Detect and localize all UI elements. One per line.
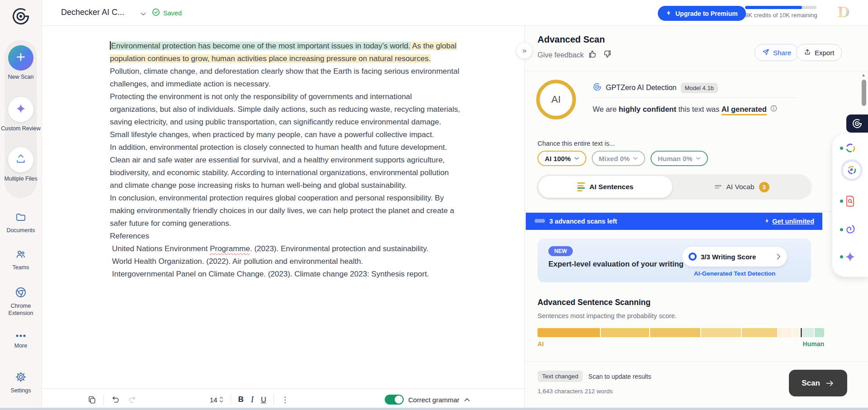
chevron-up-icon[interactable] <box>464 396 470 404</box>
sidebar-item-documents[interactable]: Documents <box>0 212 42 234</box>
tab-ai-vocab[interactable]: AI Vocab 3 <box>672 182 812 192</box>
get-unlimited-cta[interactable]: Get unlimited <box>764 218 814 225</box>
sidebar-item-label: Chrome Extension <box>9 303 33 316</box>
scan-bar-segment <box>742 328 777 337</box>
more-dots-icon <box>0 333 42 340</box>
tool-ai-writer[interactable] <box>832 251 868 263</box>
redo-button[interactable] <box>127 395 137 404</box>
multicolor-spiral-icon <box>846 164 858 176</box>
sidebar-item-label: Documents <box>6 227 35 234</box>
document-editor[interactable]: Environmental protection has become one … <box>42 26 524 410</box>
bolt-icon <box>764 218 770 225</box>
sidebar-item-settings[interactable]: Settings <box>0 371 42 394</box>
ai-detection-link[interactable]: AI-Generated Text Detection <box>682 270 787 277</box>
tool-doc-scan[interactable] <box>832 195 868 207</box>
tab-ai-sentences[interactable]: AI Sentences <box>538 176 672 198</box>
scrollbar-up-arrow[interactable]: ▲ <box>860 72 867 78</box>
sidebar-item-chrome-extension[interactable]: Chrome Extension <box>0 286 42 317</box>
document-title[interactable]: Dechecker AI C... <box>61 8 124 17</box>
share-button[interactable]: Share <box>755 44 799 61</box>
sidebar-item-new-scan[interactable]: New Scan <box>0 45 42 81</box>
scrollbar-thumb[interactable] <box>862 80 866 106</box>
divider <box>525 211 868 212</box>
writing-score-promo-card[interactable]: NEW Expert-level evaluation of your writ… <box>538 238 811 282</box>
undo-button[interactable] <box>111 395 120 404</box>
vocab-count-badge: 3 <box>759 182 769 192</box>
ai-generated-label: AI generated <box>722 105 767 115</box>
underline-button[interactable]: U <box>261 396 266 404</box>
reference-item: United Nations Environment Programme. (2… <box>110 243 462 255</box>
tool-humanizer[interactable] <box>832 224 868 236</box>
more-options-button[interactable]: ⋮ <box>281 395 289 405</box>
sidebar-item-label: More <box>14 343 27 349</box>
references-heading: References <box>110 230 462 243</box>
italic-button[interactable]: I <box>251 395 254 405</box>
chevron-down-icon <box>574 157 579 160</box>
export-button[interactable]: Export <box>796 44 842 61</box>
chevron-down-icon[interactable] <box>140 10 146 18</box>
spiral-icon <box>844 224 856 236</box>
collapse-panel-button[interactable]: » <box>516 43 533 59</box>
gptzero-icon <box>593 82 602 93</box>
info-icon[interactable] <box>770 105 778 114</box>
mixed-percent-pill[interactable]: Mixed 0% <box>592 151 645 166</box>
human-percent-pill[interactable]: Human 0% <box>651 151 708 166</box>
text-changed-badge: Text changed <box>538 371 583 382</box>
character-word-count: 1,643 characters 212 words <box>538 388 613 395</box>
correct-grammar-label: Correct grammar <box>408 396 459 404</box>
sentence-scan-bar[interactable] <box>538 328 824 337</box>
dechecker-brand-logo: D <box>837 4 850 21</box>
reference-item: World Health Organization. (2022). Air p… <box>110 255 462 268</box>
new-scan-button[interactable] <box>8 45 33 71</box>
scan-button[interactable]: Scan <box>789 370 847 396</box>
gptzero-logo-icon <box>11 6 31 26</box>
scan-hint: Scan to update results <box>588 373 651 380</box>
score-ring-icon <box>689 253 697 261</box>
sidebar-item-custom-review[interactable]: Custom Review <box>0 97 42 132</box>
ai-percent-pill[interactable]: AI 100% <box>538 151 586 166</box>
font-size-stepper[interactable]: 14 <box>210 396 223 404</box>
scan-bar-segment <box>803 328 813 337</box>
document-search-icon <box>845 195 856 207</box>
divider <box>593 97 797 98</box>
credits-label: 8K credits of 10K remaining <box>745 12 816 19</box>
model-badge: Model 4.1b <box>681 83 718 93</box>
chevron-down-icon <box>633 157 638 160</box>
top-bar: Dechecker AI C... Saved Upgrade to Premi… <box>42 0 868 26</box>
bolt-icon <box>666 10 672 18</box>
promo-title: Expert-level evaluation of your writing <box>548 258 689 269</box>
give-feedback-label: Give feedback <box>538 51 584 59</box>
colored-bars-icon <box>577 182 585 191</box>
thumbs-up-icon[interactable] <box>588 49 598 61</box>
chance-pills: AI 100% Mixed 0% Human 0% <box>538 151 708 166</box>
writing-score-pill[interactable]: 3/3 Writing Score <box>682 247 787 267</box>
window-bottom-edge <box>0 408 868 410</box>
paragraph: Environmental protection has become one … <box>110 40 462 91</box>
teams-icon <box>0 249 42 262</box>
tool-circle-scan[interactable] <box>832 142 868 154</box>
spellcheck-word: Programme <box>210 244 250 253</box>
scan-bar-segment <box>793 328 800 337</box>
thumbs-down-icon[interactable] <box>602 49 612 61</box>
chevron-right-icon <box>777 253 781 260</box>
tool-selected-detector[interactable] <box>841 159 863 181</box>
copy-button[interactable] <box>88 396 96 404</box>
scan-bar-segment <box>801 328 802 337</box>
upgrade-premium-button[interactable]: Upgrade to Premium <box>658 6 746 21</box>
panel-title: Advanced Scan <box>538 34 605 45</box>
active-dot <box>840 255 843 258</box>
multiple-files-button[interactable] <box>8 147 33 172</box>
active-dot <box>840 228 843 231</box>
correct-grammar-toggle[interactable] <box>385 395 404 405</box>
sidebar-item-more[interactable]: More <box>0 333 42 349</box>
bold-button[interactable]: B <box>238 395 244 404</box>
document-text[interactable]: Environmental protection has become one … <box>110 40 462 281</box>
sidebar-item-teams[interactable]: Teams <box>0 249 42 271</box>
chance-label: Chance this entire text is... <box>538 140 615 147</box>
gray-bars-icon <box>715 185 722 189</box>
new-badge: NEW <box>548 246 573 256</box>
custom-review-button[interactable] <box>8 97 33 122</box>
sidebar-item-multiple-files[interactable]: Multiple Files <box>0 147 42 182</box>
gptzero-extension-badge[interactable] <box>846 114 868 133</box>
sidebar-item-label: Teams <box>13 264 29 271</box>
